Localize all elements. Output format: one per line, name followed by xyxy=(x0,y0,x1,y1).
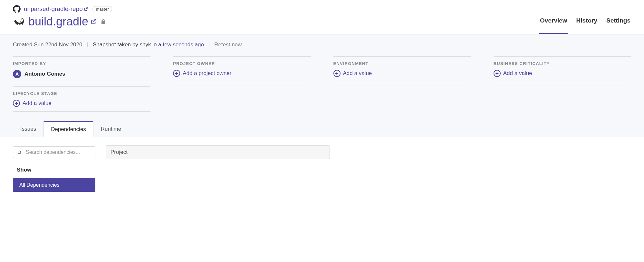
external-link-icon xyxy=(91,19,97,24)
svg-point-2 xyxy=(18,151,21,154)
repo-row: unparsed-gradle-repo master xyxy=(13,5,112,13)
add-text: Add a project owner xyxy=(183,70,231,77)
plus-circle-icon: + xyxy=(333,70,341,77)
tab-history[interactable]: History xyxy=(576,17,598,34)
snapshot-prefix: Snapshot taken by snyk.io xyxy=(93,42,158,48)
filter-row: Project xyxy=(13,145,631,159)
retest-link[interactable]: Retest now xyxy=(214,42,242,48)
search-icon xyxy=(17,150,22,155)
content: Project Show All Dependencies xyxy=(0,137,644,200)
project-select[interactable]: Project xyxy=(106,145,330,159)
plus-circle-icon: + xyxy=(494,70,501,77)
created-text: Created Sun 22nd Nov 2020 xyxy=(13,42,82,48)
meta-grid: Imported By A Antonio Gomes Project Owne… xyxy=(13,56,631,112)
top-tabs: Overview History Settings xyxy=(539,17,631,34)
meta-row: Created Sun 22nd Nov 2020 | Snapshot tak… xyxy=(13,42,631,48)
sub-tabs: Issues Dependencies Runtime xyxy=(13,121,631,137)
tab-overview[interactable]: Overview xyxy=(539,17,568,34)
tab-settings[interactable]: Settings xyxy=(606,17,631,34)
show-label: Show xyxy=(17,167,631,173)
lock-icon xyxy=(101,18,106,25)
plus-circle-icon: + xyxy=(173,70,180,77)
repo-name: unparsed-gradle-repo xyxy=(24,5,83,13)
label-lifecycle-stage: Lifecycle Stage xyxy=(13,91,150,96)
snapshot-time-link[interactable]: a few seconds ago xyxy=(158,42,204,48)
add-lifecycle-stage[interactable]: + Add a value xyxy=(13,100,150,107)
add-text: Add a value xyxy=(23,100,52,107)
label-imported-by: Imported By xyxy=(13,61,150,66)
divider: | xyxy=(208,42,210,48)
file-name: build.gradle xyxy=(28,15,88,28)
card-business-criticality: Business Criticality + Add a value xyxy=(494,56,631,83)
svg-line-0 xyxy=(86,8,88,10)
svg-line-1 xyxy=(93,19,96,22)
search-box[interactable] xyxy=(13,146,95,158)
label-environment: Environment xyxy=(333,61,471,66)
external-link-icon xyxy=(84,7,88,11)
divider: | xyxy=(87,42,88,48)
label-business-criticality: Business Criticality xyxy=(494,61,631,66)
page-header: unparsed-gradle-repo master build.gradle… xyxy=(0,0,644,34)
info-section: Created Sun 22nd Nov 2020 | Snapshot tak… xyxy=(0,34,644,137)
add-text: Add a value xyxy=(343,70,372,77)
sub-tab-issues[interactable]: Issues xyxy=(13,121,43,137)
plus-circle-icon: + xyxy=(13,100,20,107)
add-project-owner[interactable]: + Add a project owner xyxy=(173,70,311,77)
imported-by-value: A Antonio Gomes xyxy=(13,70,150,78)
card-lifecycle-stage: Lifecycle Stage + Add a value xyxy=(13,86,150,112)
add-environment[interactable]: + Add a value xyxy=(333,70,471,77)
snapshot-text: Snapshot taken by snyk.io a few seconds … xyxy=(93,42,204,48)
svg-line-3 xyxy=(20,153,21,154)
avatar: A xyxy=(13,70,21,78)
file-row: build.gradle xyxy=(13,15,112,34)
all-dependencies-button[interactable]: All Dependencies xyxy=(13,178,95,192)
file-title-link[interactable]: build.gradle xyxy=(28,15,97,28)
add-business-criticality[interactable]: + Add a value xyxy=(494,70,631,77)
github-icon xyxy=(13,5,21,13)
header-left: unparsed-gradle-repo master build.gradle xyxy=(13,5,112,34)
card-environment: Environment + Add a value xyxy=(333,56,471,83)
user-name: Antonio Gomes xyxy=(24,71,65,77)
branch-badge: master xyxy=(92,6,112,12)
card-imported-by: Imported By A Antonio Gomes xyxy=(13,56,150,83)
add-text: Add a value xyxy=(503,70,532,77)
gradle-icon xyxy=(13,18,24,25)
sub-tab-dependencies[interactable]: Dependencies xyxy=(43,121,93,137)
repo-link[interactable]: unparsed-gradle-repo xyxy=(24,5,88,13)
card-project-owner: Project Owner + Add a project owner xyxy=(173,56,311,83)
label-project-owner: Project Owner xyxy=(173,61,311,66)
search-input[interactable] xyxy=(26,149,91,155)
sub-tab-runtime[interactable]: Runtime xyxy=(93,121,129,137)
